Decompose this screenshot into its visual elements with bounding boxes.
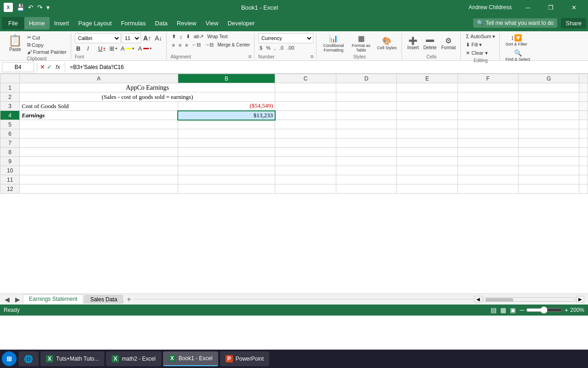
cell-a4[interactable]: Earnings: [20, 111, 178, 120]
fill-color-button[interactable]: A ▾: [119, 45, 136, 52]
font-size-select[interactable]: 11: [122, 33, 141, 43]
wrap-text-button[interactable]: Wrap Text: [206, 34, 229, 40]
insert-cells-button[interactable]: ➕ Insert: [406, 35, 421, 51]
fill-button[interactable]: ⬇ Fill ▾: [464, 41, 483, 48]
cell-f11[interactable]: [458, 175, 518, 184]
paste-button[interactable]: 📋 Paste: [6, 33, 25, 53]
hscroll-right-button[interactable]: ▶: [576, 296, 584, 303]
cell-g10[interactable]: [518, 166, 579, 175]
cell-g11[interactable]: [518, 175, 579, 184]
cell-c6[interactable]: [275, 129, 336, 138]
customize-qat-button[interactable]: ▾: [45, 3, 51, 12]
cell-a3[interactable]: Cost of Goods Sold: [20, 102, 178, 111]
tell-me-search[interactable]: 🔍 Tell me what you want to do: [473, 18, 557, 28]
cell-g2[interactable]: [518, 92, 579, 102]
decrease-indent-button[interactable]: ←⊟: [190, 41, 202, 48]
cell-styles-button[interactable]: 🎨 Cell Styles: [375, 35, 399, 51]
align-middle-button[interactable]: ↕: [178, 34, 184, 40]
col-header-a[interactable]: A: [20, 74, 178, 83]
cell-f1[interactable]: [458, 83, 518, 92]
sheet-tab-earnings-statement[interactable]: Earnings Statement: [23, 294, 83, 304]
menu-file[interactable]: File: [2, 17, 24, 29]
cell-e1[interactable]: [397, 83, 458, 92]
cell-g4[interactable]: [518, 111, 579, 120]
cell-b3[interactable]: ($54,549): [178, 102, 275, 111]
cell-d4[interactable]: [336, 111, 396, 120]
cell-f3[interactable]: [458, 102, 518, 111]
align-right-button[interactable]: ≡: [184, 42, 189, 48]
row-header-3[interactable]: 3: [0, 102, 20, 111]
zoom-out-button[interactable]: ─: [520, 306, 524, 314]
cell-d10[interactable]: [336, 166, 396, 175]
cell-b7[interactable]: [178, 138, 275, 148]
taskbar-chrome[interactable]: 🌐: [18, 351, 39, 366]
close-button[interactable]: ✕: [563, 0, 584, 15]
menu-formulas[interactable]: Formulas: [116, 17, 150, 29]
menu-view[interactable]: View: [201, 17, 223, 29]
save-button[interactable]: 💾: [16, 3, 25, 12]
formula-cancel-icon[interactable]: ✕: [40, 63, 45, 70]
cell-a8[interactable]: [20, 148, 178, 157]
menu-data[interactable]: Data: [150, 17, 172, 29]
col-header-c[interactable]: C: [275, 74, 336, 83]
font-color-button[interactable]: A ▾: [136, 45, 153, 52]
cell-a10[interactable]: [20, 166, 178, 175]
italic-button[interactable]: I: [86, 45, 96, 52]
cell-a11[interactable]: [20, 175, 178, 184]
percent-button[interactable]: %: [265, 45, 272, 51]
menu-developer[interactable]: Developer: [223, 17, 259, 29]
cell-b11[interactable]: [178, 175, 275, 184]
col-header-g[interactable]: G: [518, 74, 579, 83]
menu-review[interactable]: Review: [172, 17, 201, 29]
cell-e5[interactable]: [397, 120, 458, 129]
row-header-4[interactable]: 4: [0, 111, 20, 120]
number-format-select[interactable]: Currency General Number Percentage: [258, 33, 313, 43]
accounting-format-button[interactable]: $: [258, 45, 264, 51]
cell-d6[interactable]: [336, 129, 396, 138]
formula-confirm-icon[interactable]: ✓: [47, 63, 52, 70]
number-dialog-launcher[interactable]: ⧉: [311, 54, 313, 59]
zoom-in-button[interactable]: +: [565, 306, 568, 314]
cell-reference-box[interactable]: [2, 62, 34, 72]
increase-decimal-button[interactable]: .00: [286, 45, 295, 51]
cell-a2[interactable]: (Sales - cost of goods sold = earnings): [20, 92, 275, 102]
scroll-tabs-right-button[interactable]: ▶: [12, 295, 23, 304]
menu-page-layout[interactable]: Page Layout: [74, 17, 116, 29]
find-select-button[interactable]: 🔍 Find & Select: [503, 48, 532, 63]
cell-e2[interactable]: [397, 92, 458, 102]
zoom-slider[interactable]: [526, 306, 563, 314]
underline-button[interactable]: U▾: [97, 45, 107, 52]
row-header-8[interactable]: 8: [0, 148, 20, 157]
col-header-b[interactable]: B: [178, 74, 275, 83]
view-normal-button[interactable]: ▤: [491, 306, 497, 314]
cell-f6[interactable]: [458, 129, 518, 138]
cell-g6[interactable]: [518, 129, 579, 138]
cell-g12[interactable]: [518, 184, 579, 194]
cell-a6[interactable]: [20, 129, 178, 138]
increase-font-button[interactable]: A↑: [142, 34, 153, 42]
delete-cells-button[interactable]: ➖ Delete: [422, 35, 439, 51]
copy-button[interactable]: ⧉ Copy: [26, 41, 68, 48]
cell-b6[interactable]: [178, 129, 275, 138]
redo-button[interactable]: ↷: [36, 3, 44, 12]
clear-button[interactable]: ✕ Clear ▾: [464, 50, 489, 57]
menu-home[interactable]: Home: [24, 17, 50, 29]
cell-g7[interactable]: [518, 138, 579, 148]
cell-c9[interactable]: [275, 157, 336, 166]
cell-b12[interactable]: [178, 184, 275, 194]
cell-d3[interactable]: [336, 102, 396, 111]
cell-c3[interactable]: [275, 102, 336, 111]
formula-input[interactable]: [68, 64, 586, 70]
h-scroll-thumb[interactable]: [486, 298, 513, 302]
cell-a5[interactable]: [20, 120, 178, 129]
cell-d9[interactable]: [336, 157, 396, 166]
cell-a9[interactable]: [20, 157, 178, 166]
decrease-decimal-button[interactable]: .0: [278, 45, 285, 51]
cell-d8[interactable]: [336, 148, 396, 157]
share-button[interactable]: Share: [561, 18, 586, 29]
cell-b8[interactable]: [178, 148, 275, 157]
cell-f2[interactable]: [458, 92, 518, 102]
cell-g3[interactable]: [518, 102, 579, 111]
conditional-formatting-button[interactable]: 📊 Conditional Formatting: [320, 33, 347, 53]
cell-d2[interactable]: [336, 92, 396, 102]
